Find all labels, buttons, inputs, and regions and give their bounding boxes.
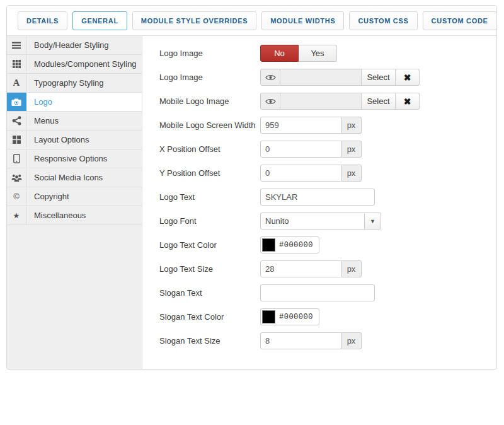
sidebar-item-label: Typography Styling <box>26 74 104 92</box>
field-label: X Position Offset <box>159 144 260 154</box>
logo-image-field: Select ✖ <box>260 69 420 86</box>
sidebar-item-responsive-options[interactable]: Responsive Options <box>7 149 142 168</box>
x-icon: ✖ <box>404 73 411 83</box>
field-label: Logo Font <box>159 216 260 226</box>
logo-font-input[interactable] <box>260 212 365 230</box>
sidebar-item-menus[interactable]: Menus <box>7 112 142 131</box>
x-position-offset-input[interactable] <box>260 141 341 158</box>
sidebar-item-social-media-icons[interactable]: Social Media Icons <box>7 168 142 187</box>
logo-font-select: ▼ <box>260 212 381 230</box>
top-tab-bar: DETAILS GENERAL MODULE STYLE OVERRIDES M… <box>7 6 496 36</box>
form-row: Logo Image No Yes <box>159 45 496 62</box>
unit-label: px <box>341 165 362 182</box>
sidebar-item-label: Copyright <box>26 187 69 206</box>
layout-grid-icon <box>7 131 26 149</box>
logo-text-size-input[interactable] <box>260 260 341 277</box>
tablet-icon <box>7 149 26 168</box>
camera-icon <box>7 93 26 111</box>
sidebar-item-typography-styling[interactable]: A Typography Styling <box>7 74 142 93</box>
tab-general[interactable]: GENERAL <box>72 11 127 30</box>
field-label: Logo Image <box>159 73 260 82</box>
toggle-no-button[interactable]: No <box>260 45 299 62</box>
tab-custom-css[interactable]: CUSTOM CSS <box>349 11 417 30</box>
settings-sidebar: Body/Header Styling Modules/Component St… <box>7 36 142 370</box>
unit-label: px <box>341 332 362 349</box>
clear-mobile-logo-image-button[interactable]: ✖ <box>396 93 420 110</box>
sidebar-item-body-header-styling[interactable]: Body/Header Styling <box>7 36 142 55</box>
field-label: Logo Text Size <box>159 264 260 274</box>
sidebar-item-label: Responsive Options <box>26 149 107 168</box>
slogan-text-input[interactable] <box>260 284 375 301</box>
form-row: Logo Font ▼ <box>159 212 496 230</box>
sidebar-item-logo[interactable]: Logo <box>7 93 142 112</box>
sidebar-item-modules-component-styling[interactable]: Modules/Component Styling <box>7 55 142 74</box>
mobile-logo-screen-width-input[interactable] <box>260 117 341 134</box>
color-value: #000000 <box>279 241 313 250</box>
tab-module-widths[interactable]: MODULE WIDTHS <box>261 11 344 30</box>
form-row: Slogan Text <box>159 284 496 301</box>
sidebar-item-miscellaneous[interactable]: ★ Miscellaneous <box>7 206 142 225</box>
form-row: Mobile Logo Image Select ✖ <box>159 93 496 110</box>
logo-image-toggle: No Yes <box>260 45 337 62</box>
sidebar-item-label: Body/Header Styling <box>26 36 109 54</box>
field-label: Logo Text <box>159 192 260 202</box>
logo-text-size-field: px <box>260 260 362 277</box>
form-row: Logo Text <box>159 189 496 206</box>
sidebar-item-label: Layout Options <box>26 131 89 149</box>
grid-icon <box>7 55 26 73</box>
field-label: Logo Text Color <box>159 240 260 250</box>
logo-image-input[interactable] <box>280 69 362 86</box>
form-row: Logo Text Size px <box>159 260 496 277</box>
unit-label: px <box>341 260 362 277</box>
field-label: Mobile Logo Screen Width <box>159 120 260 130</box>
slogan-text-color-picker[interactable]: #000000 <box>260 308 319 325</box>
unit-label: px <box>341 141 362 158</box>
font-dropdown-button[interactable]: ▼ <box>365 212 381 230</box>
x-position-offset-field: px <box>260 141 362 158</box>
clear-logo-image-button[interactable]: ✖ <box>396 69 420 86</box>
form-row: Mobile Logo Screen Width px <box>159 117 496 134</box>
sidebar-item-label: Logo <box>26 93 52 111</box>
slogan-text-size-input[interactable] <box>260 332 341 349</box>
y-position-offset-input[interactable] <box>260 165 341 182</box>
preview-eye-icon[interactable] <box>260 93 280 110</box>
bars-icon <box>7 36 26 54</box>
field-label: Mobile Logo Image <box>159 96 260 106</box>
select-logo-image-button[interactable]: Select <box>362 69 396 86</box>
sidebar-item-layout-options[interactable]: Layout Options <box>7 131 142 149</box>
x-icon: ✖ <box>404 96 411 107</box>
slogan-text-size-field: px <box>260 332 362 349</box>
form-row: Y Position Offset px <box>159 165 496 182</box>
star-icon: ★ <box>7 206 26 224</box>
logo-text-field <box>260 189 375 206</box>
share-icon <box>7 112 26 130</box>
tab-module-style-overrides[interactable]: MODULE STYLE OVERRIDES <box>132 11 256 30</box>
copyright-icon: © <box>7 187 26 206</box>
y-position-offset-field: px <box>260 165 362 182</box>
font-icon: A <box>7 74 26 92</box>
sidebar-item-label: Miscellaneous <box>26 206 86 224</box>
logo-settings-form: Logo Image No Yes Logo Image Select ✖ <box>142 36 496 370</box>
sidebar-item-label: Menus <box>26 112 59 130</box>
field-label: Slogan Text <box>159 288 260 298</box>
sidebar-item-label: Modules/Component Styling <box>26 55 137 73</box>
preview-eye-icon[interactable] <box>260 69 280 86</box>
field-label: Y Position Offset <box>159 168 260 178</box>
tab-custom-code[interactable]: CUSTOM CODE <box>423 11 497 30</box>
field-label: Logo Image <box>159 49 260 58</box>
logo-text-input[interactable] <box>260 189 375 206</box>
unit-label: px <box>341 117 362 134</box>
toggle-yes-button[interactable]: Yes <box>299 45 337 62</box>
mobile-logo-image-input[interactable] <box>280 93 362 110</box>
logo-text-color-picker[interactable]: #000000 <box>260 236 319 253</box>
field-label: Slogan Text Size <box>159 336 260 346</box>
select-mobile-logo-image-button[interactable]: Select <box>362 93 396 110</box>
tab-details[interactable]: DETAILS <box>18 11 67 30</box>
form-row: X Position Offset px <box>159 141 496 158</box>
field-label: Slogan Text Color <box>159 312 260 322</box>
form-row: Logo Text Color #000000 <box>159 236 496 253</box>
form-row: Logo Image Select ✖ <box>159 69 496 86</box>
color-value: #000000 <box>279 313 313 322</box>
users-icon <box>7 168 26 187</box>
sidebar-item-copyright[interactable]: © Copyright <box>7 187 142 206</box>
